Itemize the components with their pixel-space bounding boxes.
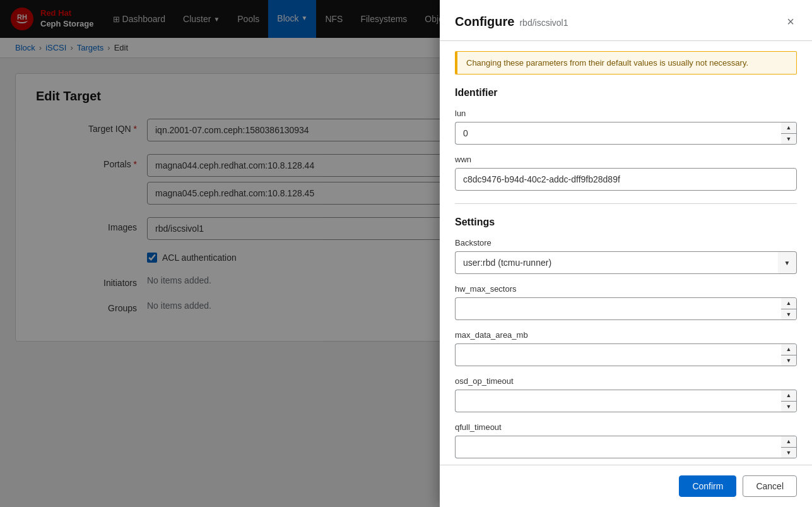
max-data-area-wrap: ▲ ▼ [455, 343, 797, 357]
settings-section-title: Settings [455, 217, 797, 228]
hw-max-sectors-input[interactable] [455, 297, 781, 320]
warning-banner: Changing these parameters from their def… [455, 51, 797, 75]
max-data-area-spinner: ▲ ▼ [781, 343, 797, 357]
modal-title: Configure [455, 15, 514, 29]
field-group-hw-max-sectors: hw_max_sectors ▲ ▼ [455, 284, 797, 320]
max-data-area-increment[interactable]: ▲ [781, 344, 796, 355]
modal-overlay: Configure rbd/iscsivol1 × Changing these… [0, 0, 812, 357]
lun-increment[interactable]: ▲ [781, 122, 796, 134]
lun-input-wrap: ▲ ▼ [455, 122, 797, 145]
lun-decrement[interactable]: ▼ [781, 134, 796, 145]
wwn-label: wwn [455, 155, 797, 164]
modal-body: Changing these parameters from their def… [440, 41, 812, 357]
section-divider [455, 203, 797, 204]
hw-max-sectors-label: hw_max_sectors [455, 284, 797, 294]
field-group-lun: lun ▲ ▼ [455, 109, 797, 145]
backstore-arrow: ▼ [778, 251, 797, 274]
max-data-area-input[interactable] [455, 343, 781, 357]
backstore-label: Backstore [455, 238, 797, 248]
max-data-area-decrement[interactable]: ▼ [781, 355, 796, 357]
lun-input[interactable] [455, 122, 781, 145]
hw-max-sectors-decrement[interactable]: ▼ [781, 309, 796, 320]
lun-spinner: ▲ ▼ [781, 122, 797, 145]
lun-label: lun [455, 109, 797, 118]
field-group-wwn: wwn [455, 155, 797, 191]
field-group-max-data-area: max_data_area_mb ▲ ▼ [455, 330, 797, 357]
backstore-select-wrap: user:rbd (tcmu-runner) fileio iblock ram… [455, 251, 797, 274]
hw-max-sectors-wrap: ▲ ▼ [455, 297, 797, 320]
hw-max-sectors-spinner: ▲ ▼ [781, 297, 797, 320]
max-data-area-label: max_data_area_mb [455, 330, 797, 340]
identifier-section-title: Identifier [455, 87, 797, 98]
modal-close-button[interactable]: × [784, 13, 797, 30]
modal-title-wrap: Configure rbd/iscsivol1 [455, 15, 568, 29]
hw-max-sectors-increment[interactable]: ▲ [781, 298, 796, 309]
modal-dialog: Configure rbd/iscsivol1 × Changing these… [440, 0, 812, 357]
wwn-input[interactable] [455, 168, 797, 191]
modal-subtitle: rbd/iscsivol1 [519, 18, 568, 28]
modal-header: Configure rbd/iscsivol1 × [440, 0, 812, 41]
field-group-backstore: Backstore user:rbd (tcmu-runner) fileio … [455, 238, 797, 274]
backstore-select[interactable]: user:rbd (tcmu-runner) fileio iblock ram… [455, 251, 778, 274]
